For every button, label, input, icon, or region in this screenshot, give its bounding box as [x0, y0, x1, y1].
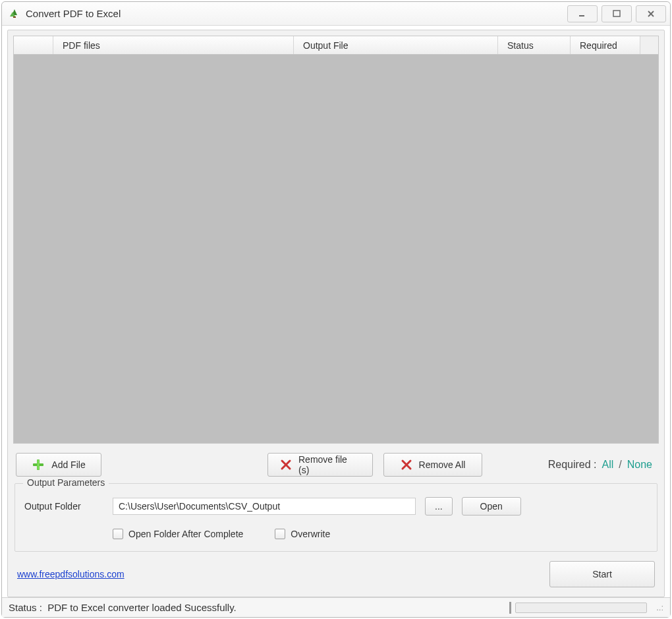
- svg-rect-3: [579, 15, 584, 16]
- output-folder-row: Output Folder ... Open: [24, 493, 648, 516]
- svg-rect-4: [613, 11, 620, 16]
- required-sep: /: [619, 459, 621, 471]
- remove-all-label: Remove All: [419, 459, 466, 470]
- required-none-link[interactable]: None: [627, 459, 652, 471]
- col-status[interactable]: Status: [498, 36, 571, 54]
- title-bar-controls: [567, 5, 670, 22]
- add-file-button[interactable]: Add File: [16, 453, 101, 477]
- x-icon: [401, 459, 412, 471]
- table-header: PDF files Output File Status Required: [14, 36, 658, 55]
- start-button[interactable]: Start: [549, 561, 655, 587]
- open-after-complete-checkbox[interactable]: Open Folder After Complete: [113, 529, 243, 539]
- required-all-link[interactable]: All: [602, 459, 614, 471]
- svg-rect-2: [13, 16, 16, 18]
- status-progress-area: ..:: [509, 602, 663, 614]
- output-folder-label: Output Folder: [24, 501, 103, 512]
- status-text: PDF to Excel converter loaded Sucessfull…: [47, 602, 237, 613]
- overwrite-checkbox[interactable]: Overwrite: [275, 529, 330, 539]
- open-after-complete-label: Open Folder After Complete: [128, 529, 243, 539]
- output-folder-input[interactable]: [113, 498, 416, 515]
- main-panel: PDF files Output File Status Required A: [7, 30, 665, 597]
- progress-separator: [509, 602, 511, 614]
- output-parameters-group: Output Parameters Output Folder ... Open…: [14, 483, 658, 552]
- status-label: Status :: [9, 602, 42, 613]
- x-icon: [280, 459, 292, 471]
- col-required[interactable]: Required: [571, 36, 640, 54]
- minimize-button[interactable]: [567, 5, 598, 22]
- close-button[interactable]: [636, 5, 666, 22]
- browse-folder-button[interactable]: ...: [425, 497, 453, 516]
- open-folder-button[interactable]: Open: [462, 497, 521, 516]
- start-label: Start: [592, 569, 612, 579]
- resize-grip-icon[interactable]: ..:: [656, 603, 663, 612]
- row-handle-col: [14, 36, 53, 54]
- window-title: Convert PDF to Excel: [26, 8, 121, 19]
- title-bar: Convert PDF to Excel: [2, 2, 670, 26]
- app-window: Convert PDF to Excel PDF files Output Fi…: [1, 1, 671, 618]
- plus-icon: [32, 458, 45, 471]
- file-table[interactable]: PDF files Output File Status Required: [13, 36, 659, 444]
- checkbox-icon: [113, 529, 123, 539]
- required-label: Required :: [548, 459, 597, 471]
- website-link[interactable]: www.freepdfsolutions.com: [17, 569, 125, 579]
- bottom-row: www.freepdfsolutions.com Start: [13, 561, 659, 591]
- scroll-gutter: [640, 36, 658, 54]
- col-output-file[interactable]: Output File: [294, 36, 498, 54]
- status-bar: Status : PDF to Excel converter loaded S…: [2, 597, 670, 617]
- action-row: Add File Remove file (s) Remove All: [13, 444, 659, 483]
- col-pdf-files[interactable]: PDF files: [53, 36, 294, 54]
- client-area: PDF files Output File Status Required A: [2, 26, 670, 597]
- app-icon: [9, 8, 20, 20]
- remove-files-button[interactable]: Remove file (s): [267, 453, 373, 477]
- maximize-button[interactable]: [602, 5, 632, 22]
- output-parameters-title: Output Parameters: [23, 477, 109, 488]
- options-row: Open Folder After Complete Overwrite: [24, 516, 648, 539]
- add-file-label: Add File: [51, 459, 85, 470]
- progress-bar: [515, 603, 647, 613]
- svg-rect-7: [38, 460, 40, 470]
- checkbox-icon: [275, 529, 285, 539]
- table-body-empty: [14, 55, 658, 443]
- remove-all-button[interactable]: Remove All: [383, 453, 482, 477]
- required-filter: Required : All / None: [548, 459, 656, 471]
- remove-files-label: Remove file (s): [298, 454, 360, 475]
- overwrite-label: Overwrite: [291, 529, 330, 539]
